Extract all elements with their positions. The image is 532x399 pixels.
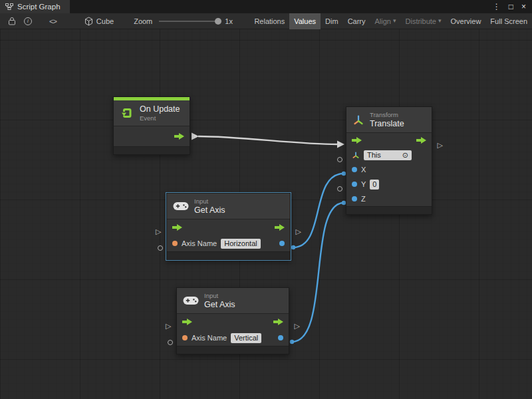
axis-name-input[interactable]: Horizontal (221, 239, 261, 249)
flow-input-port[interactable] (352, 137, 362, 144)
flow-ports-row (177, 314, 289, 330)
flow-enter-marker[interactable]: ▷ (156, 228, 161, 235)
dim-button[interactable]: Dim (321, 13, 343, 29)
tab-script-graph[interactable]: Script Graph (0, 0, 70, 13)
flow-enter-marker[interactable]: ▷ (166, 323, 171, 330)
info-button[interactable]: i (20, 13, 36, 29)
wire-endpoint (290, 340, 294, 344)
node-get-axis-vertical[interactable]: Input Get Axis Axis Name Vertical ▷ ▷ (176, 287, 289, 354)
wire-on-update-to-translate[interactable] (198, 136, 337, 144)
y-value-input[interactable]: 0 (370, 180, 379, 190)
flow-output-port[interactable] (275, 224, 285, 231)
gamepad-icon (183, 296, 199, 305)
axis-name-label: Axis Name (192, 334, 227, 342)
gamepad-icon (173, 201, 189, 211)
node-title: Translate (370, 119, 404, 128)
axis-name-input[interactable]: Vertical (231, 333, 261, 343)
flow-continue-marker[interactable]: ▷ (296, 228, 301, 235)
node-translate[interactable]: Transform Translate This (346, 106, 432, 215)
align-button[interactable]: Align ▾ (370, 13, 401, 29)
node-header: Transform Translate (346, 107, 432, 133)
distribute-button[interactable]: Distribute ▾ (401, 13, 446, 29)
axis-name-input-port[interactable] (182, 335, 188, 340)
graph-canvas[interactable]: On Update Event Transform Transl (0, 29, 532, 399)
node-footer (346, 206, 432, 214)
axis-name-input-port[interactable] (172, 241, 178, 246)
lock-icon (8, 17, 16, 25)
x-port-label: X (361, 166, 366, 174)
node-title: Get Axis (194, 205, 225, 215)
fullscreen-label: Full Screen (490, 17, 527, 25)
distribute-label: Distribute (406, 17, 436, 25)
transform-icon (352, 114, 364, 126)
lock-button[interactable] (4, 13, 20, 29)
z-input-port[interactable] (352, 196, 357, 201)
node-category: Input (204, 292, 235, 299)
chevron-down-icon: ▾ (393, 18, 396, 24)
z-port-label: Z (361, 195, 366, 203)
relations-button[interactable]: Relations (249, 13, 289, 29)
carry-label: Carry (348, 17, 366, 25)
chevron-down-icon: ▾ (438, 18, 442, 24)
fullscreen-button[interactable]: Full Screen (485, 13, 532, 29)
node-footer (167, 251, 290, 259)
this-port-ring[interactable] (337, 157, 342, 162)
node-header: Input Get Axis (167, 194, 290, 219)
axis-name-row: Axis Name Horizontal (167, 235, 290, 251)
flow-output-port[interactable] (273, 319, 283, 325)
flow-input-port[interactable] (172, 224, 182, 231)
node-title: Get Axis (204, 300, 235, 309)
y-port-label: Y (361, 180, 366, 188)
zoom-slider-track[interactable] (159, 21, 220, 22)
y-port-ring[interactable] (337, 186, 342, 192)
carry-button[interactable]: Carry (343, 13, 370, 29)
axis-name-port-ring[interactable] (158, 245, 163, 251)
tab-title: Script Graph (17, 3, 61, 11)
graph-target: Cube (84, 17, 114, 26)
node-header: On Update Event (114, 100, 190, 126)
code-icon: <> (49, 17, 57, 25)
zoom-slider-handle[interactable] (215, 18, 221, 25)
node-title: On Update (140, 104, 180, 114)
result-output-port[interactable] (279, 241, 285, 246)
node-on-update[interactable]: On Update Event (113, 96, 190, 155)
wire-arrowhead (192, 133, 199, 140)
cube-icon (84, 17, 93, 26)
axis-name-label: Axis Name (182, 239, 217, 247)
transform-mini-icon (352, 151, 360, 159)
flow-ports-row (167, 219, 290, 235)
this-selector[interactable]: This ⊙ (364, 150, 412, 160)
flow-input-port[interactable] (182, 319, 192, 325)
info-icon: i (24, 17, 32, 25)
zoom-slider[interactable] (159, 17, 220, 26)
wire-horizontal-to-x[interactable] (293, 174, 344, 247)
on-update-icon (120, 106, 134, 120)
window-menu-button[interactable]: ⋮ (493, 3, 501, 11)
wire-vertical-to-z[interactable] (292, 203, 344, 342)
dim-label: Dim (325, 17, 338, 25)
flow-output-port[interactable] (174, 133, 184, 140)
flow-continue-marker[interactable]: ▷ (438, 142, 443, 149)
flow-continue-marker[interactable]: ▷ (295, 323, 300, 330)
result-output-port[interactable] (278, 335, 283, 340)
wire-arrowhead (337, 141, 344, 148)
z-port-row: Z (346, 192, 432, 206)
close-button[interactable]: × (521, 3, 526, 11)
maximize-button[interactable]: □ (509, 3, 513, 11)
node-footer (177, 346, 289, 354)
overview-label: Overview (451, 17, 481, 25)
node-header: Input Get Axis (177, 288, 289, 314)
x-input-port[interactable] (352, 167, 357, 172)
axis-name-row: Axis Name Vertical (177, 330, 289, 346)
flow-output-port[interactable] (416, 137, 426, 144)
overview-button[interactable]: Overview (446, 13, 486, 29)
target-picker-icon[interactable]: ⊙ (402, 151, 408, 160)
node-get-axis-horizontal[interactable]: Input Get Axis Axis Name Horizontal ▷ ▷ (166, 193, 291, 260)
y-port-row: Y 0 (346, 177, 432, 192)
code-view-button[interactable]: <> (45, 13, 61, 29)
values-button[interactable]: Values (289, 13, 321, 29)
y-input-port[interactable] (352, 182, 357, 187)
graph-target-label: Cube (96, 17, 114, 25)
axis-name-port-ring[interactable] (168, 340, 173, 345)
zoom-value: 1x (225, 17, 233, 25)
